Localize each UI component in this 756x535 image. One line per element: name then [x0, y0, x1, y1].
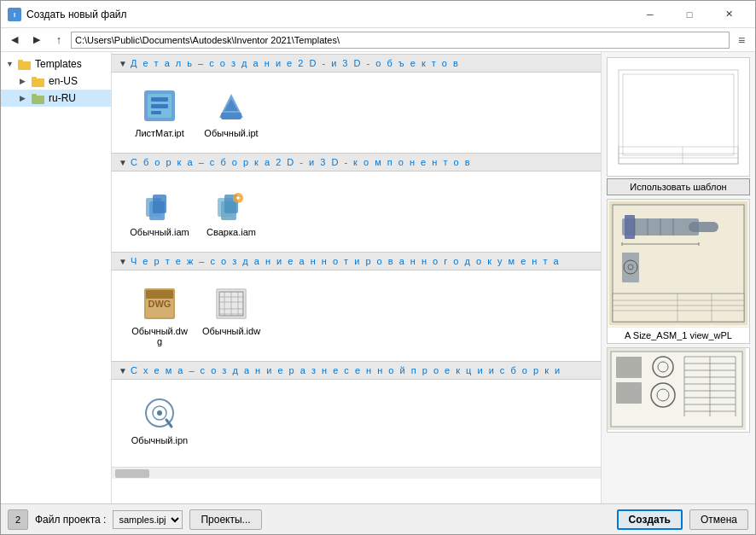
- section-header-detail: ▼ Д е т а л ь – с о з д а н и е 2 D - и …: [112, 54, 601, 73]
- create-button[interactable]: Создать: [617, 509, 683, 530]
- svg-rect-52: [613, 294, 744, 322]
- back-button[interactable]: ◀: [4, 31, 25, 49]
- svg-text:DWG: DWG: [148, 299, 172, 309]
- preview-svg-top: [614, 66, 742, 168]
- title-bar-left: I Создать новый файл: [8, 8, 127, 21]
- file-name-ipt: Обычный.ipt: [204, 128, 258, 138]
- projects-button[interactable]: Проекты...: [189, 509, 261, 530]
- file-item-dwg[interactable]: DWG Обычный.dwg: [125, 279, 194, 351]
- preview-box-top: [607, 57, 750, 177]
- section-title-detail: Д е т а л ь – с о з д а н и е 2 D - и 3 …: [131, 58, 460, 68]
- window-title: Создать новый файл: [26, 9, 127, 20]
- maximize-button[interactable]: □: [670, 1, 709, 28]
- collapse-icon-detail[interactable]: ▼: [119, 59, 127, 68]
- file-icon-iam-weld: [211, 184, 252, 225]
- help-button[interactable]: 2: [8, 509, 28, 530]
- bottom-bar: 2 Файл проекта : samples.ipj Проекты... …: [1, 503, 755, 534]
- asm-preview-svg: [609, 201, 747, 325]
- toolbar: ◀ ▶ ↑ C:\Users\Public\Documents\Autodesk…: [1, 28, 755, 52]
- expand-icon-enus: ▶: [20, 77, 32, 85]
- file-name-iam-weld: Сварка.iam: [206, 227, 256, 237]
- use-template-button[interactable]: Использовать шаблон: [607, 178, 750, 195]
- left-panel: ▼ Templates ▶ en-US ▶: [1, 52, 112, 503]
- svg-rect-7: [32, 94, 37, 97]
- title-bar: I Создать новый файл ─ □ ✕: [1, 1, 755, 28]
- svg-rect-73: [616, 357, 642, 378]
- ipn-icon: [141, 394, 178, 432]
- tree-item-en-us[interactable]: ▶ en-US: [1, 73, 111, 90]
- idw-icon: [212, 285, 250, 323]
- iam-icon: [141, 186, 178, 224]
- file-item-ipn[interactable]: Обычный.ipn: [125, 388, 194, 450]
- section-title-drawing: Ч е р т е ж – с о з д а н и е а н н о т …: [131, 256, 561, 266]
- svg-rect-10: [151, 97, 168, 102]
- cancel-button[interactable]: Отмена: [689, 509, 748, 530]
- right-panel: Использовать шаблон: [602, 52, 755, 503]
- ipt-sheet-icon: [141, 87, 178, 125]
- svg-rect-3: [18, 60, 23, 63]
- section-title-assembly: С б о р к а – с б о р к а 2 D - и 3 D - …: [131, 157, 472, 167]
- svg-rect-5: [32, 77, 37, 80]
- project-select[interactable]: samples.ipj: [113, 510, 183, 529]
- tree-item-templates[interactable]: ▼ Templates: [1, 55, 111, 73]
- dwg-icon: DWG: [141, 285, 178, 323]
- section-content-drawing: DWG Обычный.dwg: [112, 270, 601, 359]
- address-text: C:\Users\Public\Documents\Autodesk\Inven…: [75, 35, 340, 45]
- file-icon-ipn: [139, 393, 180, 433]
- up-button[interactable]: ↑: [49, 31, 69, 49]
- folder-icon-ruru: [32, 93, 45, 104]
- section-header-drawing: ▼ Ч е р т е ж – с о з д а н и е а н н о …: [112, 252, 601, 270]
- tree-item-label: Templates: [35, 58, 82, 70]
- close-button[interactable]: ✕: [709, 1, 748, 28]
- section-content-assembly: Обычный.iam Сварка.iam: [112, 172, 601, 250]
- main-window: I Создать новый файл ─ □ ✕ ◀ ▶ ↑ C:\User…: [0, 0, 756, 535]
- svg-rect-11: [151, 104, 168, 108]
- svg-rect-68: [622, 253, 639, 282]
- svg-rect-15: [221, 113, 241, 119]
- file-icon-listmat: [139, 85, 180, 126]
- collapse-icon-drawing[interactable]: ▼: [119, 257, 127, 266]
- file-item-listmat[interactable]: ЛистМат.ipt: [125, 81, 194, 142]
- file-item-iam-weld[interactable]: Сварка.iam: [197, 180, 265, 241]
- tree-item-ruru-label: ru-RU: [49, 92, 76, 104]
- third-preview-svg: [608, 348, 746, 430]
- svg-rect-18: [153, 195, 166, 213]
- main-area: ▼ Templates ▶ en-US ▶: [1, 52, 755, 503]
- preview-label-asm: A Size_ASM_1 view_wPL: [608, 327, 749, 343]
- section-header-assembly: ▼ С б о р к а – с б о р к а 2 D - и 3 D …: [112, 153, 601, 172]
- forward-button[interactable]: ▶: [26, 31, 47, 49]
- svg-rect-59: [625, 215, 635, 239]
- horizontal-scrollbar[interactable]: [112, 467, 601, 479]
- file-icon-idw: [211, 283, 252, 324]
- svg-point-41: [157, 410, 162, 416]
- collapse-icon-schema[interactable]: ▼: [119, 366, 127, 375]
- file-item-idw[interactable]: Обычный.idw: [197, 279, 265, 351]
- svg-rect-43: [614, 66, 742, 168]
- section-header-schema: ▼ С х е м а – с о з д а н и е р а з н е …: [112, 361, 601, 380]
- expand-icon-ruru: ▶: [20, 94, 32, 102]
- folder-icon-enus: [32, 76, 45, 87]
- file-name-iam: Обычный.iam: [130, 227, 189, 237]
- file-item-ipt[interactable]: Обычный.ipt: [197, 81, 265, 142]
- app-icon: I: [8, 8, 21, 21]
- file-icon-dwg: DWG: [139, 283, 180, 324]
- collapse-icon-assembly[interactable]: ▼: [119, 158, 127, 167]
- iam-weld-icon: [212, 186, 250, 224]
- minimize-button[interactable]: ─: [631, 1, 670, 28]
- preview-box-third: [607, 347, 750, 433]
- file-name-listmat: ЛистМат.ipt: [135, 128, 184, 138]
- project-label: Файл проекта :: [35, 514, 106, 526]
- preview-img-asm: [608, 200, 749, 327]
- file-name-dwg: Обычный.dwg: [130, 326, 189, 346]
- folder-icon: [18, 59, 32, 70]
- ipt-icon: [212, 87, 250, 125]
- svg-rect-28: [146, 290, 173, 299]
- tree-item-ruru[interactable]: ▶ ru-RU: [1, 90, 111, 107]
- svg-text:I: I: [14, 11, 15, 19]
- file-name-ipn: Обычный.ipn: [131, 435, 188, 445]
- file-name-idw: Обычный.idw: [202, 326, 260, 336]
- settings-icon[interactable]: ≡: [731, 31, 752, 49]
- file-item-iam[interactable]: Обычный.iam: [125, 180, 194, 241]
- svg-rect-60: [689, 222, 718, 232]
- section-title-schema: С х е м а – с о з д а н и е р а з н е с …: [131, 365, 561, 375]
